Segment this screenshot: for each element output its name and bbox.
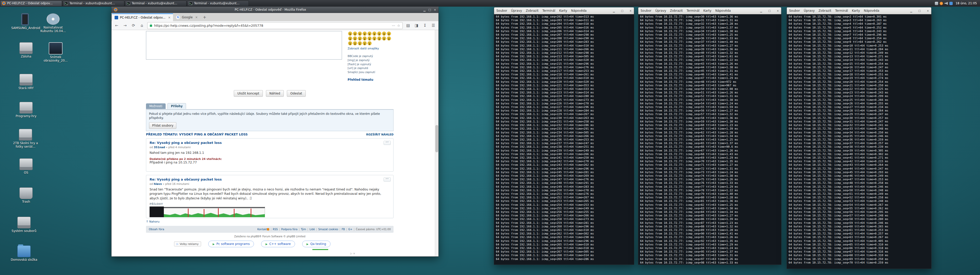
smiley-icon[interactable] [377,36,381,41]
clock[interactable]: 18 úno, 21:05 [956,2,977,5]
tab-google[interactable]: G Google × [173,14,200,21]
menu-zobrazit[interactable]: Zobrazit [818,9,831,13]
scrollbar-thumb[interactable] [435,125,438,152]
smiley-icon[interactable] [387,32,391,36]
minimize-button[interactable]: ▁ [910,9,912,12]
menu-upravy[interactable]: Úpravy [655,9,666,13]
close-button[interactable]: × [630,9,632,12]
desktop-icon-programy-hry[interactable]: Programy-hry [12,102,40,118]
desktop-icon-zaloha[interactable]: Záloha [12,42,40,58]
smiley-icon[interactable] [382,36,386,41]
maximize-button[interactable]: □ [428,8,431,11]
close-button[interactable]: × [927,9,929,12]
desktop-icon-screenshot[interactable]: Snímek obrazovky_20... [42,42,69,63]
maximize-button[interactable]: □ [918,9,921,12]
maximize-button[interactable]: □ [621,9,623,12]
preview-button[interactable]: Náhled [266,90,284,97]
menu-terminal[interactable]: Terminál [687,9,700,13]
menu-napoveda[interactable]: Nápověda [715,9,731,13]
close-button[interactable]: × [434,8,436,11]
smiley-icon[interactable] [353,32,357,36]
firefox-titlebar[interactable]: PC-HELP.CZ - Odeslat odpověď - Mozilla F… [111,6,438,13]
smiley-icon[interactable] [368,36,372,41]
smiley-icon[interactable] [363,41,367,45]
volume-icon[interactable] [945,2,948,5]
library-icon[interactable]: ▤ [405,23,411,28]
desktop-icon-2tb-disk[interactable]: 2TB Skolní hry a fotky seriál... [10,129,41,149]
desktop-icon-home[interactable]: Domovská složka [10,245,38,262]
minimize-button[interactable]: ▁ [423,8,425,11]
menu-karty[interactable]: Karty [703,9,711,13]
smiley-icon[interactable] [368,32,372,36]
taskbar-button-terminal-2[interactable]: >_ Terminal - xubuntu@xubunt... [125,0,186,6]
add-files-button[interactable]: Přidat soubory [149,122,177,129]
save-draft-button[interactable]: Uložit koncept [234,90,262,97]
submit-button[interactable]: Odeslat [287,90,306,97]
reload-button[interactable]: ⟳ [130,23,137,28]
smiley-icon[interactable] [363,36,367,41]
smiley-icon[interactable] [348,32,352,36]
smiley-icon[interactable] [372,36,376,41]
menu-karty[interactable]: Karty [559,9,567,13]
menu-icon[interactable]: ☰ [430,23,436,28]
smiley-icon[interactable] [382,32,386,36]
notification-icon[interactable] [940,2,943,5]
back-to-top-link[interactable]: ↑ Nahoru [146,220,159,223]
tab-close-icon[interactable]: × [195,16,198,19]
clipboard-icon[interactable] [950,2,953,5]
maximize-button[interactable]: □ [768,9,770,12]
ad-link-3[interactable]: ▶Qa testing [302,241,331,247]
forward-button[interactable]: → [122,23,128,28]
smiley-icon[interactable] [353,41,357,45]
downloads-icon[interactable]: ↧ [422,23,428,28]
back-button[interactable]: ← [114,23,120,28]
url-text[interactable]: https://pc-help.cnews.cz/posting.php?mod… [154,24,390,27]
menu-soubor[interactable]: Soubor [641,9,651,13]
menu-upravy[interactable]: Úpravy [511,9,522,13]
desktop-icon-samsung-android[interactable]: SAMSUNG_Android [11,13,39,30]
smiley-icon[interactable] [358,32,362,36]
quote-button[interactable]: “” [383,141,391,145]
taskbar-button-firefox[interactable]: PC-HELP.CZ - Odeslat odpov... [0,0,62,6]
menu-napoveda[interactable]: Nápověda [864,9,880,13]
expand-view-link[interactable]: ROZŠÍŘIT NÁHLED [366,133,393,136]
quote-button[interactable]: “” [383,177,391,182]
board-index-link[interactable]: Obsah fóra [149,228,164,231]
menu-karty[interactable]: Karty [852,9,860,13]
menu-terminal[interactable]: Terminál [835,9,848,13]
menu-upravy[interactable]: Úpravy [803,9,815,13]
page-actions-icon[interactable]: ⋯ [392,24,395,27]
bookmark-star-icon[interactable]: ☆ [397,24,400,27]
more-smilies-link[interactable]: Zobrazit další smajlíky [348,47,379,50]
post-title-link[interactable]: Re: Vysoký ping a občasný packet loss [150,141,222,145]
smiley-icon[interactable] [353,36,357,41]
desktop-icon-filesystem[interactable]: Systém souborů [10,217,38,233]
desktop-icon-stara-hry[interactable]: Stará HRY [12,74,40,90]
tab-options[interactable]: Možnosti [146,103,165,109]
desktop-icon-install-kubuntu[interactable]: Nainstalovat Kubuntu 16.04... [39,13,67,33]
menu-soubor[interactable]: Soubor [496,9,507,13]
smiley-icon[interactable] [358,36,362,41]
new-tab-button[interactable]: + [200,15,208,20]
tab-pchelp[interactable]: PC-HELP.CZ - Odeslat odpov... × [112,14,173,21]
smiley-icon[interactable] [372,32,376,36]
menu-terminal[interactable]: Terminál [542,9,555,13]
tab-attachments[interactable]: Přílohy [167,103,186,109]
smiley-icon[interactable] [358,41,362,45]
network-icon[interactable] [935,2,938,5]
ad-link-1[interactable]: ▶Pc software programs [208,241,254,247]
smiley-icon[interactable] [377,32,381,36]
home-button[interactable]: ⌂ [139,23,145,28]
topic-review-link[interactable]: Přehled tématu [348,78,373,82]
smiley-icon[interactable] [363,32,367,36]
smiley-icon[interactable] [348,41,352,45]
url-bar[interactable]: https://pc-help.cnews.cz/posting.php?mod… [147,22,403,29]
adchoices-button[interactable]: ▷Volby reklamy [174,242,201,247]
sidebar-icon[interactable]: ◨ [414,23,420,28]
menu-zobrazit[interactable]: Zobrazit [670,9,682,13]
smiley-icon[interactable] [368,41,372,45]
menu-zobrazit[interactable]: Zobrazit [526,9,538,13]
ad-link-2[interactable]: ▶C++ software [261,241,295,247]
author-link[interactable]: hlavx [154,182,162,185]
menu-napoveda[interactable]: Nápověda [571,9,587,13]
